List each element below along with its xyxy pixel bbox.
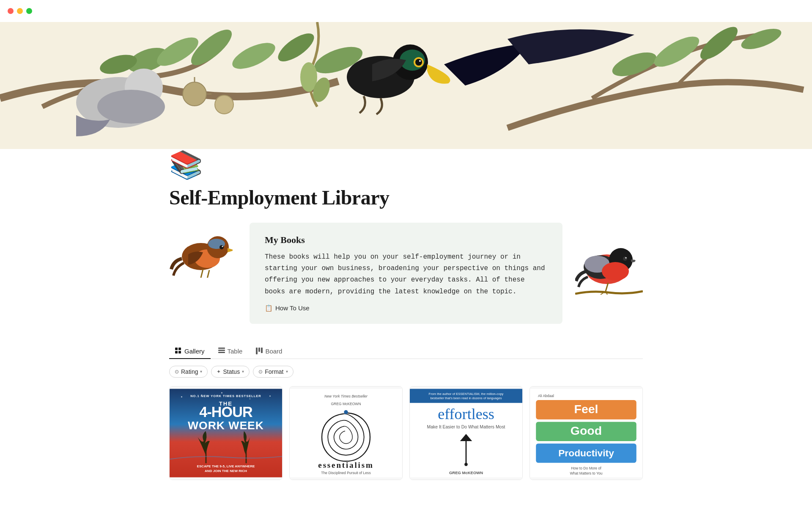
page-title: Self-Employment Library [169,186,643,209]
gallery-icon [175,348,182,354]
page-icon: 📚 [169,149,643,181]
svg-text:What Matters to You: What Matters to You [570,471,603,475]
svg-rect-47 [256,348,258,354]
svg-rect-72 [410,389,522,403]
book-card-1[interactable]: NO.1 NEW YORK TIMES BESTSELLER THE 4-HOU… [169,386,283,480]
book-cover-3: From the author of ESSENTIALISM, the mil… [410,387,522,480]
svg-rect-46 [218,352,225,353]
board-tab-label: Board [265,348,282,355]
svg-point-51 [181,396,182,398]
tab-table[interactable]: Table [212,344,249,359]
rating-filter-label: Rating [181,368,198,375]
svg-point-20 [415,59,422,66]
svg-text:New York Times Bestseller: New York Times Bestseller [324,394,368,398]
svg-text:4-HOUR: 4-HOUR [199,404,252,420]
svg-text:effortless: effortless [438,406,494,422]
svg-rect-48 [258,348,260,352]
svg-rect-45 [218,350,225,351]
svg-rect-42 [175,351,178,353]
svg-point-32 [222,246,223,247]
svg-text:The Disciplined Pursuit of Les: The Disciplined Pursuit of Less [321,471,370,475]
svg-point-12 [183,82,206,106]
svg-rect-61 [206,451,207,464]
bird-right-decoration [575,231,643,296]
view-tabs: Gallery Table Board [169,344,643,359]
gallery-grid: NO.1 NEW YORK TIMES BESTSELLER THE 4-HOU… [169,386,643,480]
book-card-3[interactable]: From the author of ESSENTIALISM, the mil… [409,386,523,480]
svg-text:Ali Abdaal: Ali Abdaal [538,393,554,398]
how-to-use-link[interactable]: 📋 How To Use [265,304,310,312]
svg-rect-41 [178,348,181,350]
format-chevron-icon: ▾ [286,369,288,374]
svg-text:GREG McKEOWN: GREG McKEOWN [331,401,361,406]
svg-text:AND JOIN THE NEW RICH: AND JOIN THE NEW RICH [205,469,247,473]
format-filter[interactable]: ⊙ Format ▾ [253,366,293,378]
svg-text:NO.1 NEW YORK TIMES BESTSELLER: NO.1 NEW YORK TIMES BESTSELLER [190,394,261,398]
bird-left-decoration [169,223,233,279]
table-tab-label: Table [228,348,243,355]
svg-rect-62 [246,451,247,464]
svg-point-37 [602,262,629,281]
svg-text:GREG McKEOWN: GREG McKEOWN [449,470,483,475]
how-to-use-label: How To Use [275,304,310,312]
format-filter-label: Format [265,368,283,375]
svg-text:How to Do More of: How to Do More of [571,466,601,470]
svg-rect-44 [218,348,225,349]
svg-text:essentialism: essentialism [318,460,373,469]
description-content: My Books These books will help you on yo… [250,223,562,324]
svg-point-55 [269,395,271,397]
svg-rect-43 [178,351,181,353]
gallery-tab-label: Gallery [184,348,205,355]
svg-text:WORK WEEK: WORK WEEK [188,419,264,431]
svg-text:From the author of ESSENTIALIS: From the author of ESSENTIALISM, the mil… [429,392,504,396]
svg-text:Productivity: Productivity [558,447,614,458]
filter-bar: ⊙ Rating ▾ ✦ Status ▾ ⊙ Format ▾ [169,366,643,378]
hero-banner [0,22,812,149]
svg-point-39 [625,257,627,259]
status-filter-label: Status [223,368,240,375]
svg-point-15 [215,95,233,114]
svg-text:bestseller that's been read in: bestseller that's been read in dozens of… [430,396,502,400]
status-filter-icon: ✦ [217,369,221,375]
board-icon [256,348,263,354]
description-text: These books will help you on your self-e… [265,251,547,298]
status-filter[interactable]: ✦ Status ▾ [211,366,250,378]
minimize-button[interactable] [17,8,23,14]
rating-filter[interactable]: ⊙ Rating ▾ [169,366,208,378]
description-title: My Books [265,235,547,246]
page-content: 📚 Self-Employment Library [135,149,677,505]
svg-rect-49 [261,348,263,353]
how-to-use-icon: 📋 [265,304,273,312]
rating-chevron-icon: ▾ [200,369,202,374]
svg-text:Feel: Feel [574,402,598,415]
book-cover-2: New York Times Bestseller GREG McKEOWN e… [290,387,402,480]
tab-board[interactable]: Board [250,344,288,359]
svg-point-78 [464,463,468,466]
svg-text:Make It Easier to Do What Matt: Make It Easier to Do What Matters Most [427,424,505,429]
book-card-4[interactable]: Ali Abdaal Feel Good Productivity How to… [529,386,643,480]
svg-point-38 [623,257,627,261]
svg-rect-40 [175,348,178,350]
svg-point-21 [419,60,421,62]
svg-point-53 [221,392,222,393]
rating-filter-icon: ⊙ [175,369,179,375]
book-card-2[interactable]: New York Times Bestseller GREG McKEOWN e… [289,386,403,480]
svg-point-24 [97,90,165,124]
svg-point-31 [219,245,224,249]
tab-gallery[interactable]: Gallery [169,344,211,359]
close-button[interactable] [8,8,14,14]
table-icon [218,348,225,354]
book-cover-4: Ali Abdaal Feel Good Productivity How to… [530,387,642,480]
svg-point-68 [344,410,348,414]
svg-text:Good: Good [571,424,602,437]
svg-point-54 [250,398,250,399]
maximize-button[interactable] [26,8,32,14]
format-filter-icon: ⊙ [258,369,263,375]
book-cover-1: NO.1 NEW YORK TIMES BESTSELLER THE 4-HOU… [170,387,282,480]
description-block: My Books These books will help you on yo… [169,223,643,324]
svg-text:ESCAPE THE 9-5, LIVE ANYWHERE: ESCAPE THE 9-5, LIVE ANYWHERE [197,464,255,468]
titlebar [0,0,812,22]
status-chevron-icon: ▾ [242,369,244,374]
